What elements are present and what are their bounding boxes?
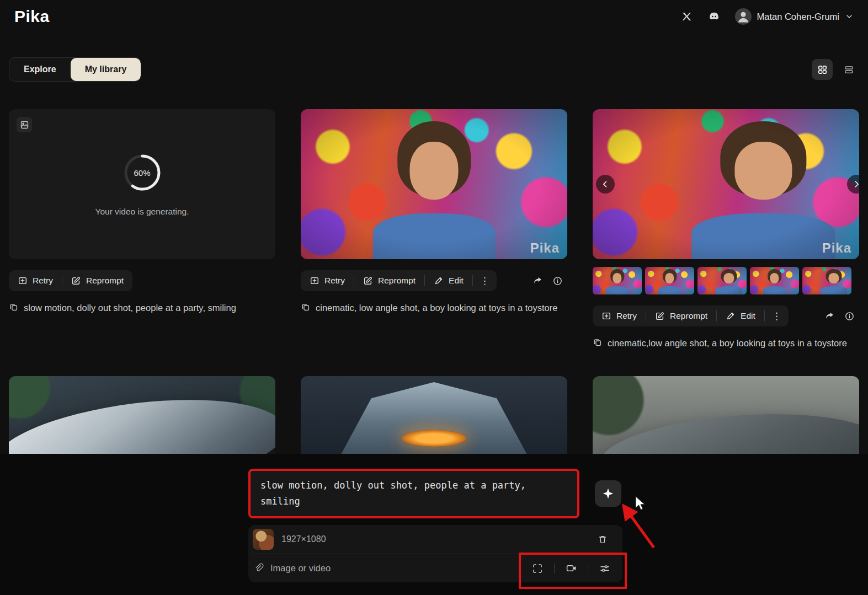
video-card-carousel: Pika Retry Reprompt [593,109,859,350]
prompt-row: cinematic, low angle shot, a boy looking… [301,301,567,314]
attach-media-button[interactable]: Image or video [254,563,331,573]
reprompt-label: Reprompt [378,276,416,286]
settings-sliders-icon[interactable] [588,558,621,579]
attachment-row: 1927×1080 [248,525,622,554]
view-toggle [812,59,859,80]
card-actions: Retry Reprompt Edit ⋮ [593,305,859,326]
resolution-label: 1927×1080 [281,534,585,544]
variant-thumbnail[interactable] [645,267,694,294]
retry-label: Retry [616,311,637,321]
header-right: Matan Cohen-Grumi [680,8,854,25]
variant-thumbnail[interactable] [750,267,799,294]
attached-image-thumbnail [253,529,274,550]
edit-button[interactable]: Edit [717,305,764,326]
card-actions: Retry Reprompt [9,270,275,291]
share-icon[interactable] [528,271,547,291]
card-actions: Retry Reprompt Edit ⋮ [301,270,567,291]
composer-bottom-row: Image or video [248,554,622,582]
retry-label: Retry [33,276,53,286]
mouse-cursor [635,496,648,512]
actions-group: Retry Reprompt Edit ⋮ [593,305,789,326]
share-icon[interactable] [819,306,839,326]
reprompt-button[interactable]: Reprompt [354,270,424,291]
prompt-text: cinematic, low angle shot, a boy looking… [316,301,557,314]
prompt-input[interactable]: slow motion, dolly out shot, people at a… [248,469,579,518]
pika-app: Pika Matan Cohen-Grumi Explore My lib [0,0,868,595]
video-camera-icon[interactable] [555,558,588,579]
attach-label: Image or video [270,563,331,573]
copy-icon[interactable] [9,302,18,314]
edit-label: Edit [449,276,464,286]
paperclip-icon [254,563,264,573]
edit-button[interactable]: Edit [425,270,472,291]
carousel-prev-button[interactable] [596,175,615,194]
progress-percent: 60% [121,152,163,194]
variant-thumbnail[interactable] [593,267,642,294]
chevron-down-icon [845,12,854,21]
retry-button[interactable]: Retry [593,305,646,326]
info-icon[interactable] [839,306,859,326]
variant-thumbnail[interactable] [697,267,747,294]
pika-logo[interactable]: Pika [14,7,50,26]
boy-subject-shape [372,121,495,259]
top-bar: Pika Matan Cohen-Grumi [0,0,868,33]
retry-button[interactable]: Retry [9,270,62,291]
more-options-button[interactable]: ⋮ [765,305,789,326]
reprompt-button[interactable]: Reprompt [646,305,716,326]
reprompt-label: Reprompt [670,311,707,321]
composer-tools [521,558,621,579]
account-menu[interactable]: Matan Cohen-Grumi [735,8,854,25]
reprompt-button[interactable]: Reprompt [62,270,132,291]
grid-view-button[interactable] [812,59,833,80]
composer-overlay: slow motion, dolly out shot, people at a… [0,454,868,595]
variant-thumbnails [593,267,859,294]
prompt-text: cinematic,low angle shot, a boy looking … [608,336,847,350]
retry-label: Retry [324,276,345,286]
avatar [735,8,752,25]
image-icon [17,117,32,132]
generate-button[interactable] [595,480,621,507]
discord-icon[interactable] [707,10,721,23]
aspect-ratio-icon[interactable] [521,558,554,579]
prompt-text: slow motion, dolly out shot, people at a… [24,301,236,314]
info-icon[interactable] [547,271,567,291]
pika-watermark: Pika [822,240,851,256]
variant-thumbnail[interactable] [802,267,851,294]
generation-status: Your video is generating. [95,207,189,217]
generating-panel: 60% Your video is generating. [9,109,275,259]
retry-button[interactable]: Retry [301,270,354,291]
progress-ring: 60% [121,152,163,194]
composer-top-row: slow motion, dolly out shot, people at a… [248,469,622,518]
x-twitter-icon[interactable] [680,10,693,23]
video-thumbnail[interactable]: Pika [593,109,859,259]
actions-group: Retry Reprompt [9,270,132,291]
generation-card: 60% Your video is generating. Retry Repr… [9,109,275,350]
edit-label: Edit [741,311,755,321]
actions-group: Retry Reprompt Edit ⋮ [301,270,497,291]
prompt-row: slow motion, dolly out shot, people at a… [9,301,275,314]
copy-icon[interactable] [301,302,310,314]
video-card: Pika Retry Reprompt Edit [301,109,567,350]
trash-icon[interactable] [593,529,613,549]
tab-explore[interactable]: Explore [9,58,71,81]
user-name: Matan Cohen-Grumi [757,12,839,22]
boy-subject-shape [691,121,835,259]
toolbar: Explore My library [0,57,868,82]
carousel-next-button[interactable] [847,175,859,194]
pika-watermark: Pika [530,240,560,256]
copy-icon[interactable] [593,337,602,350]
video-thumbnail[interactable]: Pika [301,109,567,259]
list-view-button[interactable] [838,59,859,80]
tab-my-library[interactable]: My library [71,58,141,81]
prompt-composer: slow motion, dolly out shot, people at a… [248,469,622,582]
reprompt-label: Reprompt [86,276,124,286]
library-tabs: Explore My library [9,57,141,82]
prompt-row: cinematic,low angle shot, a boy looking … [593,336,859,350]
more-options-button[interactable]: ⋮ [473,270,497,291]
visor-glow-shape [402,430,466,447]
